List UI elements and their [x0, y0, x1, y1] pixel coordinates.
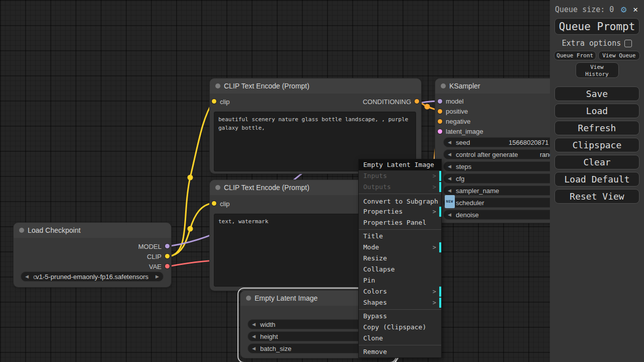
new-badge: NEW [445, 195, 455, 208]
refresh-button[interactable]: Refresh [554, 121, 639, 135]
widget-decrement-icon[interactable]: ◀ [448, 152, 451, 157]
menu-item-copy-clipspace[interactable]: Copy (Clipspace) [359, 322, 441, 333]
queue-front-button[interactable]: Queue Front [554, 51, 596, 60]
reset-view-button[interactable]: Reset View [554, 189, 639, 204]
output-port-clip[interactable] [165, 254, 170, 258]
menu-item-properties[interactable]: Properties > [359, 206, 441, 217]
save-button[interactable]: Save [554, 86, 639, 101]
menu-item-bypass[interactable]: Bypass [359, 311, 441, 322]
input-port-clip[interactable] [212, 201, 216, 206]
combo-prev-icon[interactable]: ◀ [25, 274, 29, 279]
submenu-arrow-icon: > [433, 242, 436, 253]
widget-decrement-icon[interactable]: ◀ [448, 176, 451, 181]
submenu-accent-bar [439, 242, 441, 252]
link-midpoint-dot[interactable] [188, 175, 193, 180]
output-port-conditioning[interactable] [415, 99, 419, 104]
node-title: CLIP Text Encode (Prompt) [224, 78, 309, 94]
load-default-button[interactable]: Load Default [554, 172, 639, 187]
collapse-dot-icon[interactable] [246, 296, 251, 301]
clear-button[interactable]: Clear [554, 155, 639, 169]
menu-item-shapes[interactable]: Shapes > [359, 297, 441, 308]
input-port-clip[interactable] [212, 99, 216, 104]
menu-item-label: Properties [363, 208, 403, 215]
combo-value: v1-5-pruned-emaonly-fp16.safetensors [36, 273, 148, 281]
close-icon[interactable]: ✕ [633, 5, 638, 14]
widget-label: steps [456, 163, 471, 170]
widget-decrement-icon[interactable]: ◀ [448, 212, 451, 217]
link-midpoint-dot[interactable] [188, 226, 193, 232]
submenu-arrow-icon: > [433, 170, 436, 182]
input-label-latent-image: latent_image [446, 128, 483, 135]
output-label-clip: CLIP [147, 253, 162, 260]
menu-item-colors[interactable]: Colors > [359, 286, 441, 297]
output-port-model[interactable] [165, 244, 170, 248]
menu-item-mode[interactable]: Mode > [359, 242, 441, 253]
widget-decrement-icon[interactable]: ◀ [252, 334, 256, 339]
queue-prompt-button[interactable]: Queue Prompt [554, 18, 639, 35]
clipspace-button[interactable]: Clipspace [554, 138, 639, 152]
menu-item-properties-panel[interactable]: Properties Panel [359, 217, 441, 228]
input-label-positive: positive [446, 108, 468, 115]
submenu-arrow-icon: > [433, 297, 436, 308]
submenu-accent-bar [439, 298, 441, 308]
submenu-accent-bar [439, 182, 441, 192]
menu-item-collapse[interactable]: Collapse [359, 264, 441, 275]
view-queue-button[interactable]: View Queue [598, 51, 640, 60]
menu-item-label: Clone [363, 334, 383, 342]
menu-item-inputs: Inputs > [359, 170, 441, 182]
widget-label: control after generate [456, 151, 518, 158]
node-header[interactable]: Load Checkpoint [14, 223, 171, 238]
queue-size-label: Queue size: 0 [555, 5, 614, 14]
collapse-dot-icon[interactable] [19, 228, 24, 233]
widget-decrement-icon[interactable]: ◀ [448, 188, 451, 193]
widget-decrement-icon[interactable]: ◀ [448, 164, 451, 169]
input-label: clip [220, 98, 230, 106]
ckpt-name-combo[interactable]: ◀ c ... v1-5-pruned-emaonly-fp16.safeten… [21, 272, 164, 282]
menu-item-label: Resize [363, 254, 387, 262]
combo-next-icon[interactable]: ▶ [155, 274, 159, 279]
menu-item-convert-to-subgraph[interactable]: Convert to Subgraph NEW [359, 195, 441, 206]
menu-item-label: Collapse [363, 265, 395, 273]
widget-decrement-icon[interactable]: ◀ [448, 140, 451, 145]
collapse-dot-icon[interactable] [215, 83, 220, 88]
node-load-checkpoint[interactable]: Load Checkpoint MODEL CLIP VAE ◀ c ... v… [14, 223, 171, 287]
menu-item-label: Pin [363, 277, 375, 284]
node-title: Load Checkpoint [28, 223, 80, 238]
extra-options-label: Extra options [562, 39, 621, 48]
node-context-menu: Empty Latent Image Inputs > Outputs > Co… [359, 159, 441, 357]
submenu-arrow-icon: > [433, 182, 436, 193]
menu-item-resize[interactable]: Resize [359, 253, 441, 264]
link-midpoint-dot[interactable] [425, 104, 430, 110]
collapse-dot-icon[interactable] [215, 185, 220, 190]
menu-item-label: Outputs [363, 183, 391, 191]
widget-label: seed [456, 139, 470, 146]
menu-item-label: Copy (Clipspace) [363, 323, 426, 331]
graph-canvas[interactable]: CLIP Text Encode (Prompt) clip CONDITION… [0, 0, 644, 362]
menu-item-outputs: Outputs > [359, 182, 441, 193]
collapse-dot-icon[interactable] [441, 83, 446, 88]
menu-item-label: Convert to Subgraph [363, 198, 438, 205]
input-port-latent-image[interactable] [438, 129, 442, 134]
input-port-positive[interactable] [438, 109, 442, 114]
widget-decrement-icon[interactable]: ◀ [252, 322, 256, 327]
node-title: CLIP Text Encode (Prompt) [224, 180, 309, 195]
view-history-button[interactable]: ViewHistory [576, 62, 619, 78]
menu-item-title[interactable]: Title [359, 231, 441, 242]
extra-options-row: Extra options [550, 39, 644, 48]
input-label: clip [220, 200, 230, 208]
input-port-model[interactable] [438, 99, 442, 104]
submenu-arrow-icon: > [433, 206, 436, 217]
menu-item-label: Bypass [363, 312, 387, 320]
menu-item-remove[interactable]: Remove [359, 346, 441, 357]
output-port-vae[interactable] [165, 264, 170, 268]
input-port-negative[interactable] [438, 119, 442, 124]
widget-label: scheduler [456, 199, 484, 207]
node-header[interactable]: CLIP Text Encode (Prompt) [210, 78, 421, 94]
menu-item-pin[interactable]: Pin [359, 275, 441, 286]
extra-options-checkbox[interactable] [624, 40, 632, 47]
submenu-arrow-icon: > [433, 286, 436, 297]
menu-item-clone[interactable]: Clone [359, 333, 441, 344]
load-button[interactable]: Load [554, 104, 639, 118]
widget-decrement-icon[interactable]: ◀ [252, 346, 256, 351]
settings-gear-icon[interactable]: ⚙ [621, 5, 626, 14]
